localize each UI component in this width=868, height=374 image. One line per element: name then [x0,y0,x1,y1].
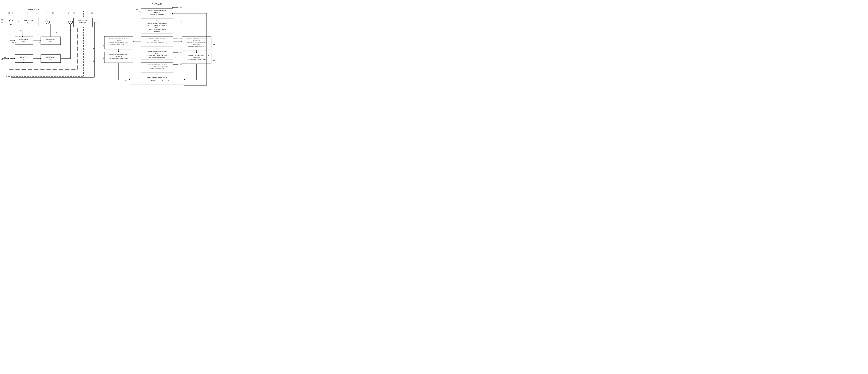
svg-text:RECEIVE STEERING WHEEL ANGLE: RECEIVE STEERING WHEEL ANGLE [147,23,167,24]
svg-text:DIFFERENTIAL: DIFFERENTIAL [19,38,29,40]
svg-text:71: 71 [22,69,24,71]
svg-text:RATE dθ/dt: RATE dθ/dt [154,31,160,32]
svg-text:BASED ON THE: BASED ON THE [160,66,168,67]
svg-text:76: 76 [60,69,61,71]
svg-text:NONLINEAR CONTROLLER C: NONLINEAR CONTROLLER C [149,68,165,69]
svg-text:CONTROLLER: CONTROLLER [25,20,33,22]
svg-marker-59 [40,58,41,59]
svg-text:ESTIMATOR: ESTIMATOR [20,56,28,58]
svg-text:a: a [168,79,169,81]
svg-text:30: 30 [93,60,95,62]
svg-text:+: + [70,21,71,23]
svg-marker-19 [45,21,46,23]
svg-rect-1 [8,26,78,69]
svg-text:32: 32 [93,47,95,49]
svg-text:CONTROLLED PAINT HAVING: CONTROLLED PAINT HAVING [148,10,166,11]
svg-text:60: 60 [56,32,57,33]
svg-text:22: 22 [36,12,37,14]
svg-marker-30 [10,24,11,25]
svg-text:LOOP HAVING CONTROLLER C: LOOP HAVING CONTROLLER C [148,57,166,58]
svg-rect-191 [182,53,211,64]
svg-marker-23 [73,21,73,23]
svg-text:56: 56 [27,12,28,14]
svg-text:COMPENSATE PASSIVE RESISTANT: COMPENSATE PASSIVE RESISTANT [147,64,167,66]
svg-text:LOOP HAVING CONTROLLER C: LOOP HAVING CONTROLLER C [188,46,206,47]
svg-text:CALCULATE STEERING WHEEL: CALCULATE STEERING WHEEL [148,29,166,30]
svg-text:+: + [47,21,48,23]
svg-text:THE NONLINEAR CONTROLLER C: THE NONLINEAR CONTROLLER C [109,58,128,59]
svg-text:CONTROLLER: CONTROLLER [46,56,55,58]
svg-text:50: 50 [8,12,10,14]
svg-text:s: s [163,27,163,28]
svg-text:d: d [160,4,161,6]
svg-text:ACTIVE TORQUE t: ACTIVE TORQUE t [151,79,163,81]
svg-marker-64 [8,58,9,59]
svg-text:58: 58 [46,12,47,14]
svg-text:54: 54 [12,12,13,14]
svg-text:78: 78 [69,30,71,31]
svg-text:DRIVER INPUT: DRIVER INPUT [152,2,162,4]
svg-text:36: 36 [20,30,22,31]
svg-text:PASSIVE: PASSIVE [154,12,160,13]
svg-text:72: 72 [25,69,26,71]
svg-text:PLANT P(s): PLANT P(s) [80,22,87,24]
svg-rect-169 [104,52,133,63]
svg-text:GENERATE DAMPING TORQUE t: GENERATE DAMPING TORQUE t [110,54,128,55]
right-diagram: DRIVER INPUT TORQUE t d 201 CONTROLLED P… [101,0,217,94]
svg-text:82: 82 [68,12,69,14]
svg-text:200: 200 [136,9,138,10]
svg-text:BASED ON: BASED ON [116,56,122,57]
svg-text:FEEDBACK: FEEDBACK [193,44,200,45]
svg-text:TORQUE t: TORQUE t [154,66,160,67]
svg-text:TORQUE t: TORQUE t [154,40,160,41]
svg-marker-103 [172,7,173,8]
svg-text:BASED ON: BASED ON [193,57,199,58]
svg-text:GENERATE ACTIVE TORQUE t: GENERATE ACTIVE TORQUE t [188,55,205,56]
svg-text:62: 62 [52,12,54,14]
svg-text:53: 53 [1,19,3,21]
svg-text:RATE dθ/dt: RATE dθ/dt [116,40,122,41]
svg-text:CONTROLLED: CONTROLLED [79,20,87,22]
svg-text:66: 66 [39,41,40,43]
svg-text:TORQUE t: TORQUE t [154,4,160,6]
svg-rect-32 [15,37,33,45]
svg-text:TO FORM THE RATE FEEDBACK: TO FORM THE RATE FEEDBACK [110,42,128,43]
svg-text:LOOP HAVING CONTROLLER C: LOOP HAVING CONTROLLER C [110,44,128,45]
svg-text:SPEED V: SPEED V [154,27,160,28]
svg-text:SIGNAL t: SIGNAL t [154,53,159,54]
svg-text:THE NONLINEAR CONTROLLER C: THE NONLINEAR CONTROLLER C [187,59,206,60]
svg-text:28: 28 [91,12,93,14]
svg-text:dθ/dt: dθ/dt [23,41,26,42]
svg-text:CONTROLLER: CONTROLLER [46,38,55,40]
svg-text:301: 301 [125,80,128,81]
svg-text:51: 51 [1,22,3,23]
svg-text:t: t [175,57,176,58]
svg-point-54 [10,58,11,59]
svg-text:θ, MOTOR CURRENT i AND VEHICLE: θ, MOTOR CURRENT i AND VEHICLE [147,25,167,26]
svg-marker-21 [68,21,68,23]
svg-text:Ct(s): Ct(s) [49,59,52,60]
svg-text:201: 201 [180,6,182,8]
svg-marker-212 [180,36,181,37]
svg-text:p: p [209,46,210,47]
svg-text:PROVIDE THE ESTIMATED TORQUE: PROVIDE THE ESTIMATED TORQUE [147,51,167,52]
svg-text:202: 202 [180,21,182,22]
svg-marker-42 [40,40,41,41]
svg-text:−: − [9,23,10,25]
svg-rect-132 [141,49,173,60]
svg-text:PROVIDE THE STEERING WHEEL: PROVIDE THE STEERING WHEEL [187,38,206,39]
svg-text:222: 222 [213,59,215,61]
svg-rect-49 [41,55,61,63]
svg-marker-68 [10,19,11,20]
page: CONTROLLER CONTROLLED PLANT P(s) CONTROL… [0,0,217,94]
svg-point-40 [10,40,11,41]
svg-text:Cp(s): Cp(s) [27,22,30,24]
controller-label: CONTROLLER [28,9,39,11]
svg-text:FORM THE ANGULAR POSITION: FORM THE ANGULAR POSITION [187,42,206,43]
svg-text:Cr(s): Cr(s) [49,41,52,42]
svg-text:64: 64 [15,41,17,43]
svg-text:→: → [3,56,5,57]
svg-text:p: p [210,59,211,60]
svg-text:52: 52 [1,58,3,60]
svg-text:FROM THE STATE ESTIMATOR E(s): FROM THE STATE ESTIMATOR E(s) [147,42,167,43]
